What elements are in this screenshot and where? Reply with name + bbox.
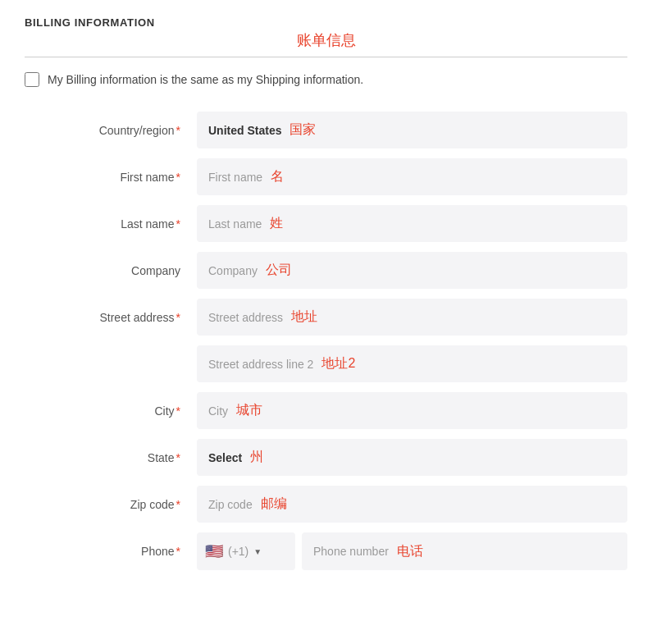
- state-zh: 州: [250, 449, 263, 466]
- company-input[interactable]: Company 公司: [197, 252, 627, 289]
- chevron-down-icon: ▼: [253, 547, 262, 556]
- country-value: United States: [208, 124, 281, 137]
- first-name-input-container: First name 名: [197, 153, 627, 200]
- state-value: Select: [208, 451, 242, 464]
- zip-code-label: Zip code*: [25, 481, 197, 528]
- city-input-container: City 城市: [197, 387, 627, 434]
- zip-required-star: *: [176, 498, 180, 511]
- country-label: Country/region*: [25, 107, 197, 153]
- last-name-required-star: *: [176, 217, 180, 231]
- city-placeholder: City: [208, 404, 228, 418]
- company-placeholder: Company: [208, 264, 258, 277]
- phone-number-placeholder: Phone number: [313, 545, 389, 558]
- state-select[interactable]: Select 州: [197, 439, 627, 476]
- first-name-zh: 名: [271, 168, 284, 185]
- first-name-input[interactable]: First name 名: [197, 158, 627, 195]
- phone-required-star: *: [176, 545, 180, 558]
- first-name-placeholder: First name: [208, 171, 262, 184]
- country-input-container: United States 国家: [197, 107, 627, 153]
- state-required-star: *: [176, 451, 180, 464]
- zip-code-input-container: Zip code 邮编: [197, 481, 627, 528]
- phone-country-code: (+1): [228, 545, 248, 558]
- company-zh: 公司: [266, 262, 292, 279]
- same-as-shipping-label: My Billing information is the same as my…: [48, 73, 363, 86]
- same-as-shipping-checkbox[interactable]: [25, 72, 39, 87]
- street-address-input-container: Street address 地址: [197, 294, 627, 340]
- state-label: State*: [25, 434, 197, 481]
- zip-code-placeholder: Zip code: [208, 498, 253, 511]
- company-input-container: Company 公司: [197, 247, 627, 294]
- phone-label: Phone*: [25, 528, 197, 575]
- street-address-2-input[interactable]: Street address line 2 地址2: [197, 345, 627, 382]
- street-address-2-input-container: Street address line 2 地址2: [197, 340, 627, 387]
- street-address-zh: 地址: [291, 308, 317, 326]
- section-divider: [25, 57, 627, 57]
- street-address-placeholder: Street address: [208, 311, 283, 324]
- zip-code-input[interactable]: Zip code 邮编: [197, 486, 627, 523]
- first-name-required-star: *: [176, 171, 180, 184]
- billing-title-en: BILLING INFORMATION: [25, 16, 627, 29]
- country-zh: 国家: [290, 121, 316, 139]
- street-address-2-label: [25, 340, 197, 387]
- street-address-input[interactable]: Street address 地址: [197, 299, 627, 336]
- last-name-input[interactable]: Last name 姓: [197, 205, 627, 242]
- phone-input-container: 🇺🇸 (+1) ▼ Phone number 电话: [197, 528, 627, 575]
- state-input-container: Select 州: [197, 434, 627, 481]
- first-name-label: First name*: [25, 153, 197, 200]
- same-as-shipping-row: My Billing information is the same as my…: [25, 72, 627, 87]
- billing-form: Country/region* United States 国家 First n…: [25, 107, 627, 575]
- last-name-zh: 姓: [270, 215, 283, 232]
- last-name-label: Last name*: [25, 200, 197, 247]
- zip-code-zh: 邮编: [261, 496, 287, 513]
- country-input[interactable]: United States 国家: [197, 112, 627, 148]
- flag-icon: 🇺🇸: [205, 542, 223, 560]
- phone-country-selector[interactable]: 🇺🇸 (+1) ▼: [197, 532, 295, 570]
- billing-title-zh: 账单信息: [25, 30, 627, 50]
- street-address-2-placeholder: Street address line 2: [208, 358, 313, 371]
- city-label: City*: [25, 387, 197, 434]
- street-required-star: *: [176, 311, 180, 324]
- phone-number-input[interactable]: Phone number 电话: [302, 532, 627, 570]
- company-label: Company: [25, 247, 197, 294]
- last-name-input-container: Last name 姓: [197, 200, 627, 247]
- street-address-label: Street address*: [25, 294, 197, 340]
- last-name-placeholder: Last name: [208, 217, 262, 231]
- city-zh: 城市: [236, 402, 262, 419]
- billing-header: BILLING INFORMATION 账单信息: [25, 16, 627, 50]
- city-input[interactable]: City 城市: [197, 392, 627, 429]
- phone-zh: 电话: [397, 543, 423, 560]
- street-address-2-zh: 地址2: [321, 355, 355, 372]
- country-required-star: *: [176, 124, 180, 137]
- city-required-star: *: [176, 404, 180, 418]
